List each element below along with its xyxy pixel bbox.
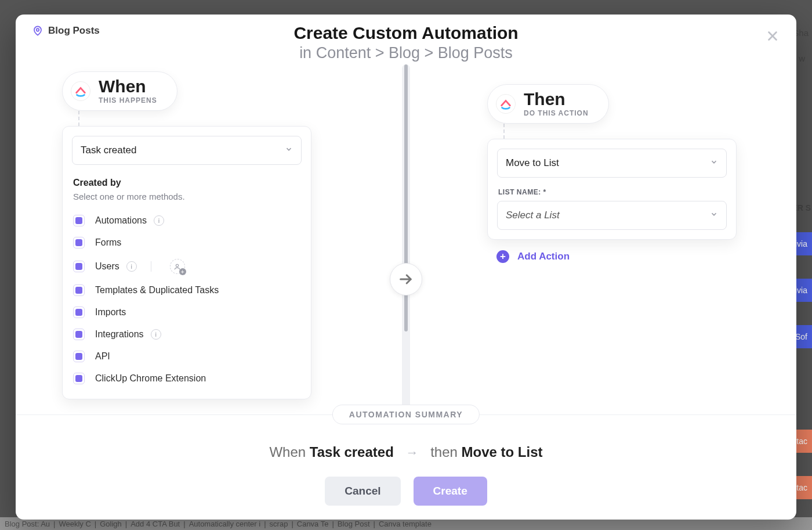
method-label: Automations [95,215,147,226]
add-user-icon[interactable] [170,259,185,274]
add-action-button[interactable]: + Add Action [496,250,570,263]
when-connector [78,111,79,126]
modal-header: Blog Posts Create Custom Automation in C… [16,15,796,64]
trigger-value: Task created [81,145,136,156]
list-name-label: LIST NAME: * [498,188,726,196]
chevron-down-icon [710,210,718,221]
checkbox[interactable] [73,284,85,296]
modal-title: Create Custom Automation [32,23,780,43]
when-subheading: THIS HAPPENS [99,96,157,104]
action-value: Move to List [506,157,559,169]
summary-then-value: Move to List [462,444,543,460]
method-row[interactable]: Imports [72,301,302,323]
trigger-card: Task created Created by Select one or mo… [62,126,311,399]
method-label: Forms [95,237,121,248]
method-label: Users [95,261,119,272]
action-select[interactable]: Move to List [497,149,727,178]
checkbox[interactable] [73,329,85,340]
method-label: Integrations [95,329,144,340]
modal-footer: AUTOMATION SUMMARY When Task created → t… [16,414,796,520]
method-row[interactable]: Forms [72,232,302,254]
automation-summary: When Task created → then Move to List [16,444,796,460]
list-select[interactable]: Select a List [497,201,727,230]
summary-when-prefix: When [269,444,306,460]
created-by-methods: AutomationsiFormsUsersiTemplates & Dupli… [72,210,302,390]
plus-icon: + [496,250,509,263]
checkbox[interactable] [73,261,85,272]
flow-arrow-icon [390,263,422,295]
method-row[interactable]: Automationsi [72,210,302,232]
method-label: ClickUp Chrome Extension [95,373,206,384]
then-heading: Then [524,91,589,108]
summary-when-value: Task created [310,444,394,460]
location-badge[interactable]: Blog Posts [32,25,100,37]
then-connector [503,124,505,139]
method-label: API [95,351,110,362]
clickup-logo-icon [496,94,516,114]
checkbox[interactable] [73,215,85,226]
checkbox[interactable] [73,373,85,384]
create-button[interactable]: Create [414,477,487,506]
method-row[interactable]: ClickUp Chrome Extension [72,367,302,390]
cancel-button[interactable]: Cancel [325,477,400,506]
method-row[interactable]: Integrationsi [72,323,302,345]
bg-w: w [799,53,805,63]
close-button[interactable] [765,28,780,44]
method-row[interactable]: Usersi [72,254,302,279]
location-text: Blog Posts [48,25,100,37]
checkbox[interactable] [73,307,85,318]
created-by-hint: Select one or more methods. [73,192,300,201]
when-column: When THIS HAPPENS Task created Created b… [50,71,336,414]
separator [151,261,151,272]
list-placeholder: Select a List [506,210,560,221]
svg-point-1 [176,264,179,266]
clickup-logo-icon [71,81,90,101]
automation-modal: Blog Posts Create Custom Automation in C… [16,15,796,520]
method-label: Templates & Duplicated Tasks [95,285,219,295]
modal-breadcrumb: in Content > Blog > Blog Posts [32,44,780,62]
info-icon[interactable]: i [151,329,161,340]
when-heading: When [99,78,157,95]
summary-then-prefix: then [430,444,458,460]
location-pin-icon [32,25,44,37]
method-row[interactable]: API [72,345,302,367]
svg-point-0 [37,28,39,31]
trigger-select[interactable]: Task created [72,136,302,165]
checkbox[interactable] [73,351,85,362]
arrow-right-icon: → [405,445,418,460]
created-by-label: Created by [73,178,300,188]
add-action-label: Add Action [517,251,570,262]
center-divider [402,64,410,414]
method-row[interactable]: Templates & Duplicated Tasks [72,279,302,301]
when-pill: When THIS HAPPENS [62,71,177,111]
checkbox[interactable] [73,237,85,248]
action-card: Move to List LIST NAME: * Select a List [487,139,737,240]
then-column: Then DO THIS ACTION Move to List LIST NA… [441,71,762,414]
info-icon[interactable]: i [154,215,164,226]
chevron-down-icon [285,145,293,156]
info-icon[interactable]: i [126,261,137,272]
summary-badge: AUTOMATION SUMMARY [332,405,480,424]
then-pill: Then DO THIS ACTION [487,84,609,124]
modal-body: When THIS HAPPENS Task created Created b… [16,64,796,414]
then-subheading: DO THIS ACTION [524,109,589,117]
chevron-down-icon [710,157,718,169]
method-label: Imports [95,307,126,318]
